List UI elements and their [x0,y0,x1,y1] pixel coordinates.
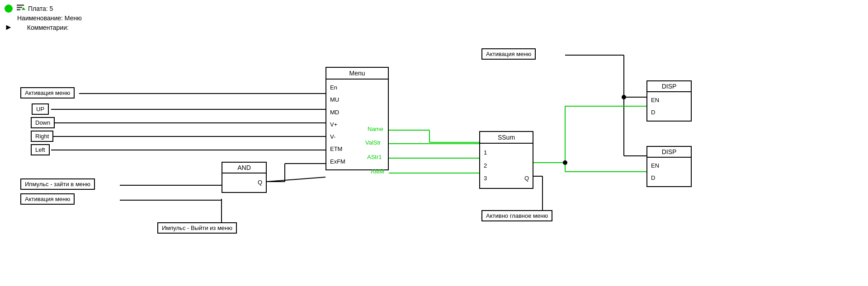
ssum-right-pins: Q [524,146,529,185]
wire-junction-dot [622,95,626,99]
pin-vplus: V+ [330,118,345,131]
disp2-pins: EN D [647,158,691,186]
down-box: Down [31,117,55,128]
pin-vminus: V- [330,131,345,143]
pin-etm: ETM [330,143,345,155]
pin-1: 1 [484,146,487,159]
and-body: Q [222,173,266,192]
and-title: AND [222,163,266,173]
sort-icon [15,4,25,14]
disp1-pin-en: EN [651,94,687,106]
ssum-left-pins: 1 2 3 [484,146,487,185]
impuls-zayti-box: Ипмульс - зайти в меню [20,178,95,190]
svg-rect-1 [17,7,22,8]
wire-junction-dot2 [563,160,567,165]
aktivacia-menu-right-box: Активация меню [481,48,536,60]
pin-md: MD [330,106,345,118]
wires-svg [0,0,868,286]
disp1-title: DISP [647,81,691,92]
valstr-green-label: ValStr [365,139,381,146]
pin-2: 2 [484,159,487,173]
diagram-container: Плата: 5 Наименование: Меню ► Комментари… [0,0,868,286]
pin-en: En [330,81,345,94]
menu-left-pins: En MU MD V+ V- ETM ExFM [326,80,349,169]
disp1-pin-d: D [651,106,687,118]
pin-q: Q [524,172,529,185]
right-box: Right [31,131,53,142]
and-block: AND Q [222,162,267,193]
name-label: Наименование: Меню [17,14,82,22]
svg-line-9 [267,177,326,182]
disp2-pin-d: D [651,172,687,184]
astr1-green-label: AStr1 [367,154,382,160]
amm-green-label: AMM [371,168,384,175]
svg-rect-2 [17,9,20,10]
aktivacia-menu-bot-box: Активация меню [20,193,75,205]
disp2-block: DISP EN D [646,146,692,187]
header-info: Плата: 5 Наименование: Меню ► Комментари… [5,4,82,33]
status-indicator [5,5,13,13]
disp2-pin-en: EN [651,159,687,172]
ssum-title: SSum [480,132,533,144]
left-box: Left [31,144,50,155]
disp2-title: DISP [647,147,691,158]
pin-3: 3 [484,172,487,185]
svg-marker-3 [22,7,25,10]
up-box: UP [32,103,49,115]
disp1-block: DISP EN D [646,80,692,122]
comment-label: Комментарии: [27,24,69,31]
arrow-right-icon: ► [5,23,13,32]
menu-title: Menu [326,68,388,80]
impuls-viyti-box: Импульс - Выйти из меню [157,222,237,234]
aktivno-glavnoe-box: Активно главное меню [481,210,552,221]
svg-rect-0 [17,5,24,6]
and-pin-q: Q [258,176,262,189]
plate-label: Плата: 5 [28,5,53,12]
pin-mu: MU [330,94,345,106]
aktivacia-menu-top: Активация меню [20,87,75,98]
pin-exfm: ExFM [330,155,345,168]
disp1-pins: EN D [647,92,691,121]
name-green-label: Name [368,126,383,132]
ssum-block: SSum 1 2 3 Q [479,131,533,189]
